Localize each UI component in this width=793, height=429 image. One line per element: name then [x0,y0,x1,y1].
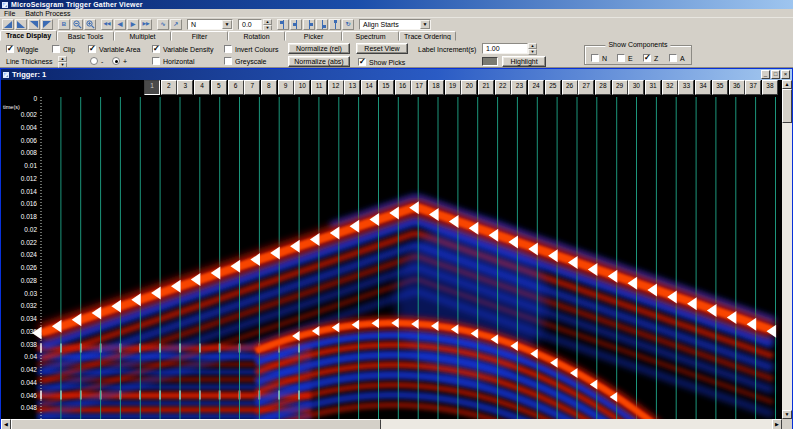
scroll-down-button[interactable]: ▼ [782,410,792,419]
spin-down-icon[interactable]: ▼ [528,49,537,55]
trace-header-button[interactable]: 36 [729,80,745,95]
trace-header-button[interactable]: 5 [211,80,227,95]
variable-density-checkbox[interactable]: Variable Density [152,44,213,54]
highlight-colour-swatch[interactable] [482,57,498,66]
trace-header-button[interactable]: 2 [161,80,177,95]
gain-spinner[interactable]: ▲ ▼ [263,19,272,30]
component-z-checkbox[interactable]: Z [643,53,658,63]
gain-input[interactable]: 0.0 [238,19,262,30]
zoom-in-icon[interactable] [84,19,96,30]
close-button[interactable]: × [781,70,790,79]
invert-colours-checkbox[interactable]: Invert Colours [224,44,279,54]
trace-header-button[interactable]: 4 [194,80,210,95]
wiggle-scale-icon-1[interactable] [2,19,14,30]
trace-header-button[interactable]: 23 [511,80,527,95]
trace-header-button[interactable]: 29 [612,80,628,95]
tab-picker[interactable]: Picker [285,31,342,41]
clip-checkbox[interactable]: Clip [52,44,75,54]
restore-button[interactable]: □ [771,70,780,79]
align-tool-icon-3[interactable] [303,19,315,30]
horizontal-scroll-thumb[interactable] [11,419,381,429]
align-tool-icon-2[interactable] [290,19,302,30]
trace-header-button[interactable]: 24 [528,80,544,95]
trace-header-button[interactable]: 13 [344,80,360,95]
trace-header-button[interactable]: 16 [395,80,411,95]
wiggle-scale-icon-3[interactable] [28,19,40,30]
tab-spectrum[interactable]: Spectrum [342,31,399,41]
component-n-checkbox[interactable]: N [591,53,607,63]
next-trigger-icon[interactable]: ▶ [127,19,139,30]
component-select[interactable]: N ▼ [187,19,233,30]
tab-basic-tools[interactable]: Basic Tools [57,31,114,41]
label-increment-input[interactable]: 1.00 [482,43,528,54]
show-picks-checkbox[interactable]: Show Picks [358,57,405,67]
trace-header-button[interactable]: 9 [278,80,294,95]
trace-header-button[interactable]: 30 [628,80,644,95]
first-trigger-icon[interactable]: ◀◀ [101,19,113,30]
wiggle-scale-icon-4[interactable] [41,19,53,30]
bold-button[interactable]: B [58,19,70,30]
scroll-left-button[interactable]: ◀ [1,419,11,429]
menu-file[interactable]: File [4,10,15,17]
component-a-checkbox[interactable]: A [669,53,685,63]
trace-header-button[interactable]: 32 [662,80,678,95]
tab-trace-ordering[interactable]: Trace Ordering [399,31,456,41]
normalize-rel-button[interactable]: Normalize (rel) [288,43,350,54]
trace-header-button[interactable]: 28 [595,80,611,95]
trace-header-button[interactable]: 25 [545,80,561,95]
trace-header-button[interactable]: 10 [294,80,310,95]
wiggle-checkbox[interactable]: Wiggle [6,44,38,54]
align-tool-icon-4[interactable] [316,19,328,30]
scroll-up-button[interactable]: ▲ [782,80,792,89]
vertical-scrollbar[interactable]: ▲ ▼ [782,80,792,419]
variable-area-checkbox[interactable]: Variable Area [88,44,141,54]
label-increment-spinner[interactable]: ▲ ▼ [528,43,537,54]
refresh-icon[interactable]: ↻ [342,19,354,30]
component-e-checkbox[interactable]: E [617,53,633,63]
trace-header-button[interactable]: 26 [562,80,578,95]
minimize-button[interactable]: _ [761,70,770,79]
previous-trigger-icon[interactable]: ◀ [114,19,126,30]
trace-header-button[interactable]: 35 [712,80,728,95]
trace-header-button[interactable]: 34 [695,80,711,95]
trace-header-button[interactable]: 6 [228,80,244,95]
export-icon[interactable]: ↗ [170,19,182,30]
tab-trace-display[interactable]: Trace Display [0,30,57,41]
tab-filter[interactable]: Filter [171,31,228,41]
picker-tool-icon[interactable]: ∿ [157,19,169,30]
trace-header-button[interactable]: 33 [678,80,694,95]
menu-batch-process[interactable]: Batch Process [25,10,70,17]
horizontal-scrollbar[interactable]: ◀ ▶ [1,419,782,429]
trace-header-button[interactable]: 37 [745,80,761,95]
thickness-minus-radio[interactable]: - [90,56,103,66]
line-thickness-spinner[interactable]: ▲ ▼ [58,56,67,66]
trace-header-button[interactable]: 22 [495,80,511,95]
highlight-button[interactable]: Highlight [502,56,546,67]
thickness-plus-radio[interactable]: + [112,56,127,66]
trace-header-button[interactable]: 15 [378,80,394,95]
trace-header-button[interactable]: 3 [177,80,193,95]
trace-header-button[interactable]: 14 [361,80,377,95]
trace-header-button[interactable]: 12 [328,80,344,95]
trace-header-button[interactable]: 31 [645,80,661,95]
trace-header-button[interactable]: 18 [428,80,444,95]
trace-header-button[interactable]: 11 [311,80,327,95]
greyscale-checkbox[interactable]: Greyscale [224,56,267,66]
trace-header-button[interactable]: 27 [578,80,594,95]
trace-header-button[interactable]: 1 [144,80,160,95]
reset-view-button[interactable]: Reset View [356,43,408,54]
horizontal-checkbox[interactable]: Horizontal [152,56,195,66]
tab-rotation[interactable]: Rotation [228,31,285,41]
vertical-scroll-thumb[interactable] [782,89,792,123]
align-tool-icon-5[interactable] [329,19,341,30]
trace-header-button[interactable]: 19 [445,80,461,95]
wiggle-scale-icon-2[interactable] [15,19,27,30]
zoom-out-icon[interactable] [71,19,83,30]
scroll-right-button[interactable]: ▶ [772,419,782,429]
seismic-gather-canvas[interactable]: 00.0020.0040.0060.0080.010.0120.0140.016… [1,95,782,419]
last-trigger-icon[interactable]: ▶▶ [140,19,152,30]
trace-header-button[interactable]: 8 [261,80,277,95]
trace-header-button[interactable]: 17 [411,80,427,95]
align-mode-select[interactable]: Align Starts ▼ [359,19,431,30]
align-tool-icon-1[interactable] [277,19,289,30]
